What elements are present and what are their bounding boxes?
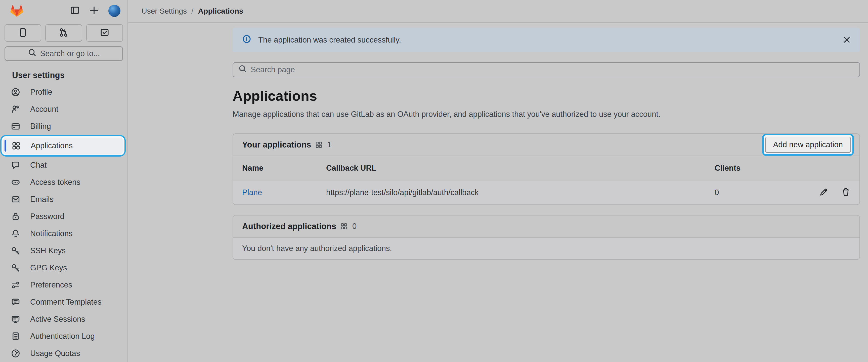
application-clients-count: 0	[715, 188, 813, 197]
page-description: Manage applications that can use GitLab …	[232, 110, 860, 119]
sidebar-toggle-icon	[70, 5, 80, 16]
authorized-count-icon	[340, 223, 348, 230]
chat-icon	[11, 161, 20, 170]
sidebar-item-active-sessions[interactable]: Active Sessions	[0, 311, 127, 328]
column-callback-url: Callback URL	[326, 164, 715, 173]
applications-table-header: Name Callback URL Clients	[233, 156, 860, 180]
sidebar-item-applications[interactable]: Applications	[3, 138, 123, 154]
info-icon	[242, 34, 251, 46]
your-applications-title: Your applications	[242, 140, 311, 149]
trash-icon	[841, 188, 850, 197]
merge-requests-shortcut-button[interactable]	[45, 24, 82, 42]
close-icon	[843, 36, 851, 45]
main-content: User Settings / Applications The applica…	[128, 0, 868, 362]
create-new-button[interactable]	[89, 5, 99, 16]
authorized-applications-header: Authorized applications 0	[233, 216, 860, 237]
sidebar-item-ssh-keys[interactable]: SSH Keys	[0, 242, 127, 259]
application-callback-url: https://plane-test/silo/api/gitlab/auth/…	[326, 188, 715, 197]
billing-icon	[11, 122, 20, 131]
notifications-icon	[11, 229, 20, 238]
alert-message: The application was created successfully…	[258, 35, 401, 45]
profile-icon	[11, 88, 20, 97]
sidebar-nav: Profile Account Billing	[0, 84, 127, 362]
account-icon	[11, 105, 20, 114]
sidebar-item-billing[interactable]: Billing	[0, 118, 127, 135]
active-sessions-icon	[11, 315, 20, 324]
column-name: Name	[242, 164, 326, 173]
global-search-button[interactable]: Search or go to...	[4, 46, 123, 61]
ssh-keys-icon	[11, 246, 20, 255]
page-search-input[interactable]	[250, 65, 855, 75]
add-application-focus-ring: Add new application	[762, 134, 854, 156]
user-avatar[interactable]	[108, 5, 120, 17]
authorized-applications-panel: Authorized applications 0 You don't have…	[232, 215, 860, 260]
alert-banner: The application was created successfully…	[232, 28, 860, 52]
sidebar-toggle-button[interactable]	[70, 5, 80, 16]
issues-shortcut-button[interactable]	[4, 24, 41, 42]
sidebar-item-authentication-log[interactable]: Authentication Log	[0, 328, 127, 345]
preferences-icon	[11, 280, 20, 289]
password-icon	[11, 212, 20, 221]
sidebar-item-profile[interactable]: Profile	[0, 84, 127, 101]
authorized-applications-empty-state: You don't have any authorized applicatio…	[233, 237, 860, 259]
application-name-link[interactable]: Plane	[242, 188, 326, 197]
sidebar: Search or go to... User settings Profile…	[0, 0, 128, 362]
search-icon	[28, 48, 37, 59]
plus-icon	[89, 5, 99, 16]
your-applications-panel: Your applications 1 Add new application …	[232, 133, 860, 205]
your-applications-header: Your applications 1 Add new application	[233, 134, 860, 156]
gpg-keys-icon	[11, 263, 20, 272]
gitlab-app: Search or go to... User settings Profile…	[0, 0, 868, 362]
todos-icon	[100, 28, 110, 38]
sidebar-item-gpg-keys[interactable]: GPG Keys	[0, 259, 127, 276]
sidebar-item-chat[interactable]: Chat	[0, 157, 127, 174]
sidebar-shortcuts	[0, 22, 127, 42]
sidebar-item-emails[interactable]: Emails	[0, 191, 127, 208]
breadcrumb-user-settings-link[interactable]: User Settings	[142, 7, 187, 16]
sidebar-section-label: User settings	[12, 71, 127, 80]
sidebar-item-usage-quotas[interactable]: Usage Quotas	[0, 345, 127, 362]
sidebar-header-actions	[70, 5, 120, 17]
emails-icon	[11, 195, 20, 204]
breadcrumb-separator: /	[191, 7, 193, 16]
applications-count-icon	[315, 141, 322, 148]
edit-application-button[interactable]	[819, 188, 828, 197]
issues-icon	[18, 28, 28, 38]
sidebar-item-access-tokens[interactable]: Access tokens	[0, 174, 127, 191]
breadcrumb: User Settings / Applications	[142, 7, 243, 16]
usage-quotas-icon	[11, 349, 20, 358]
access-tokens-icon	[11, 178, 20, 187]
sidebar-header	[0, 0, 127, 22]
sidebar-item-preferences[interactable]: Preferences	[0, 276, 127, 294]
sidebar-item-account[interactable]: Account	[0, 101, 127, 118]
alert-close-button[interactable]	[843, 36, 851, 45]
application-row: Plane https://plane-test/silo/api/gitlab…	[233, 180, 860, 204]
sidebar-item-password[interactable]: Password	[0, 208, 127, 225]
authorized-applications-count: 0	[352, 222, 356, 231]
content-body: The application was created successfully…	[128, 23, 868, 260]
page-search	[232, 62, 860, 77]
search-icon	[238, 64, 247, 75]
sidebar-item-notifications[interactable]: Notifications	[0, 225, 127, 242]
your-applications-count: 1	[327, 140, 332, 149]
todos-shortcut-button[interactable]	[86, 24, 123, 42]
comment-templates-icon	[11, 298, 20, 307]
gitlab-logo[interactable]	[10, 4, 24, 17]
delete-application-button[interactable]	[841, 188, 850, 197]
page-title: Applications	[232, 89, 860, 103]
column-clients: Clients	[715, 164, 813, 173]
sidebar-item-comment-templates[interactable]: Comment Templates	[0, 294, 127, 311]
authorized-applications-title: Authorized applications	[242, 222, 336, 231]
applications-icon	[11, 141, 21, 150]
merge-requests-icon	[59, 28, 68, 38]
authentication-log-icon	[11, 332, 20, 341]
active-item-accent-bar	[4, 140, 6, 151]
pencil-icon	[819, 188, 828, 197]
add-new-application-button[interactable]: Add new application	[765, 137, 851, 153]
breadcrumb-current: Applications	[198, 7, 243, 16]
global-search-label: Search or go to...	[40, 49, 100, 58]
content-topbar: User Settings / Applications	[128, 0, 868, 23]
